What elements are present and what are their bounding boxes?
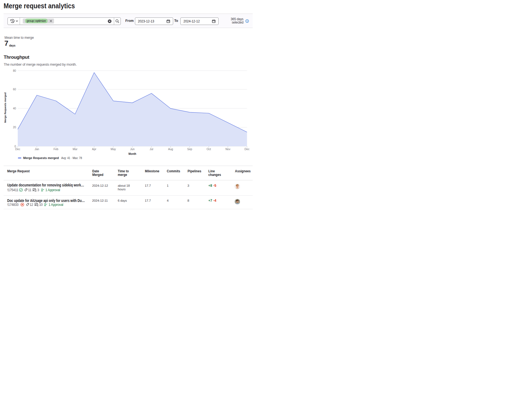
svg-text:60: 60 <box>13 88 16 91</box>
svg-text:Dec: Dec <box>245 148 250 151</box>
svg-text:20: 20 <box>13 126 16 129</box>
svg-text:40: 40 <box>13 107 16 110</box>
svg-text:Merge Requests merged: Merge Requests merged <box>4 93 7 123</box>
svg-text:Jun: Jun <box>130 148 135 151</box>
svg-text:Mar: Mar <box>73 148 78 151</box>
svg-text:Oct: Oct <box>207 148 211 151</box>
svg-text:Apr: Apr <box>92 148 96 151</box>
svg-text:Nov: Nov <box>226 148 231 151</box>
svg-text:May: May <box>111 148 116 151</box>
svg-text:Avg: 41 · Max: 78: Avg: 41 · Max: 78 <box>61 156 82 160</box>
svg-text:Jul: Jul <box>150 148 153 151</box>
svg-text:Dec: Dec <box>15 148 20 151</box>
svg-text:Aug: Aug <box>168 148 173 151</box>
svg-text:80: 80 <box>13 69 16 72</box>
svg-text:Jan: Jan <box>35 148 39 151</box>
svg-text:Month: Month <box>129 152 136 155</box>
svg-text:Sep: Sep <box>187 148 192 151</box>
svg-text:Merge Requests merged: Merge Requests merged <box>23 156 59 160</box>
svg-text:Feb: Feb <box>53 148 58 151</box>
